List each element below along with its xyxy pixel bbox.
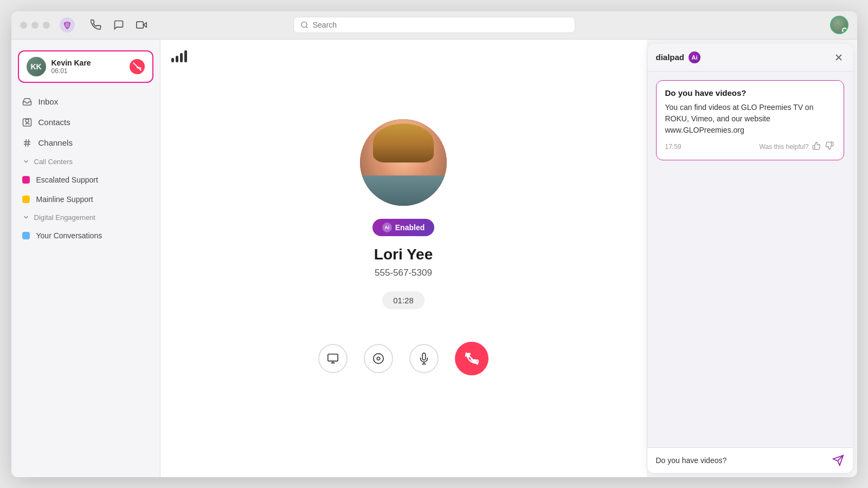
traffic-light-close[interactable]	[20, 22, 27, 29]
call-centers-label: Call Centers	[34, 158, 73, 166]
sidebar-item-your-conversations[interactable]: Your Conversations	[11, 226, 160, 245]
sidebar-item-inbox[interactable]: Inbox	[11, 92, 160, 112]
end-call-button[interactable]	[455, 342, 488, 375]
call-name: Kevin Kare	[52, 58, 124, 67]
call-centers-section-header[interactable]: Call Centers	[11, 153, 160, 170]
sidebar-item-channels[interactable]: Channels	[11, 133, 160, 153]
chevron-down-icon	[22, 158, 30, 165]
svg-point-1	[65, 22, 69, 28]
ai-panel-body: Do you have videos? You can find videos …	[647, 71, 853, 447]
user-avatar[interactable]	[830, 16, 848, 34]
traffic-light-maximize[interactable]	[43, 22, 50, 29]
feedback-label: Was this helpful?	[760, 143, 809, 151]
ai-panel-input-area	[647, 447, 853, 473]
traffic-light-minimize[interactable]	[31, 22, 38, 29]
contact-phone: 555-567-5309	[375, 268, 432, 278]
sidebar-item-contacts-label: Contacts	[38, 118, 70, 127]
your-conversations-label: Your Conversations	[36, 231, 102, 240]
call-screen: Ai Enabled Lori Yee 555-567-5309 01:28	[160, 40, 647, 477]
keypad-button[interactable]	[364, 344, 393, 373]
sidebar-item-contacts[interactable]: Contacts	[11, 112, 160, 133]
search-bar[interactable]	[293, 17, 575, 33]
svg-marker-2	[143, 23, 146, 27]
signal-bars	[171, 50, 187, 62]
ai-message-footer: 17:59 Was this helpful?	[665, 141, 835, 152]
signal-bar-1	[171, 58, 174, 62]
video-icon[interactable]	[136, 19, 147, 31]
avatar-status	[842, 28, 847, 33]
ai-badge-label: Enabled	[395, 223, 425, 232]
person-image	[360, 119, 447, 206]
thumbs-down-icon	[825, 141, 834, 150]
ai-message-card: Do you have videos? You can find videos …	[656, 80, 844, 160]
sidebar-item-channels-label: Channels	[38, 138, 73, 147]
inbox-icon	[22, 97, 32, 107]
sidebar: KK Kevin Kare 06:01 Inbox	[11, 40, 160, 477]
search-input[interactable]	[313, 21, 568, 29]
ai-search-input[interactable]	[656, 456, 827, 465]
call-duration: 06:01	[52, 67, 124, 75]
active-call-card[interactable]: KK Kevin Kare 06:01	[18, 50, 153, 83]
escalated-dot	[22, 176, 30, 184]
close-icon	[833, 52, 844, 63]
call-end-button[interactable]	[130, 59, 145, 74]
call-timer: 01:28	[382, 291, 425, 309]
chevron-down-icon-2	[22, 213, 30, 221]
ai-panel-title: dialpad Ai	[656, 51, 701, 63]
ai-message-body: You can find videos at GLO Preemies TV o…	[665, 102, 835, 136]
ai-badge-icon: Ai	[382, 223, 392, 232]
phone-icon[interactable]	[90, 19, 102, 31]
svg-line-5	[133, 62, 141, 70]
svg-rect-11	[328, 354, 338, 361]
digital-engagement-section-header[interactable]: Digital Engagement	[11, 209, 160, 226]
end-call-down-icon	[465, 352, 479, 366]
thumbs-down-button[interactable]	[824, 141, 835, 152]
call-controls	[318, 342, 488, 375]
ai-feedback: Was this helpful?	[760, 141, 835, 152]
ai-logo-badge: Ai	[689, 51, 700, 63]
send-icon	[832, 454, 844, 466]
title-bar	[11, 11, 857, 40]
escalated-support-label: Escalated Support	[36, 175, 98, 184]
svg-rect-3	[136, 22, 143, 28]
ai-logo-label: Ai	[692, 54, 698, 61]
traffic-lights	[20, 22, 50, 29]
ai-enabled-badge: Ai Enabled	[372, 219, 434, 236]
svg-point-15	[377, 357, 380, 360]
digital-engagement-label: Digital Engagement	[34, 213, 95, 222]
signal-bar-4	[184, 50, 187, 62]
ai-message-title: Do you have videos?	[665, 88, 835, 97]
microphone-icon	[418, 353, 430, 365]
call-avatar: KK	[27, 57, 46, 76]
search-icon	[300, 21, 308, 29]
svg-point-14	[374, 354, 383, 363]
svg-line-9	[25, 139, 27, 147]
svg-point-4	[301, 22, 306, 27]
dialpad-logo-icon	[60, 17, 75, 32]
main-content: KK Kevin Kare 06:01 Inbox	[11, 40, 857, 477]
signal-bar-3	[180, 53, 183, 62]
message-icon[interactable]	[113, 19, 125, 31]
ai-send-button[interactable]	[832, 454, 844, 466]
signal-bar-2	[176, 56, 178, 62]
app-window: KK Kevin Kare 06:01 Inbox	[11, 11, 857, 477]
contacts-icon	[22, 118, 32, 127]
call-info: Kevin Kare 06:01	[52, 58, 124, 75]
thumbs-up-icon	[812, 141, 821, 150]
contact-avatar	[360, 119, 447, 206]
contact-name: Lori Yee	[374, 246, 433, 263]
screen-share-button[interactable]	[318, 344, 348, 373]
ai-panel-header: dialpad Ai	[647, 44, 853, 71]
dialpad-brand-text: dialpad	[656, 53, 685, 62]
ai-panel-close-button[interactable]	[833, 52, 844, 63]
mute-button[interactable]	[409, 344, 439, 373]
keypad-icon	[372, 353, 384, 365]
mainline-dot	[22, 196, 30, 203]
ai-panel: dialpad Ai Do you have videos? You can f…	[647, 44, 853, 473]
thumbs-up-button[interactable]	[811, 141, 822, 152]
hash-icon	[22, 138, 32, 148]
svg-line-10	[28, 139, 29, 147]
mainline-support-label: Mainline Support	[36, 195, 93, 204]
sidebar-item-escalated-support[interactable]: Escalated Support	[11, 170, 160, 190]
sidebar-item-mainline-support[interactable]: Mainline Support	[11, 190, 160, 209]
